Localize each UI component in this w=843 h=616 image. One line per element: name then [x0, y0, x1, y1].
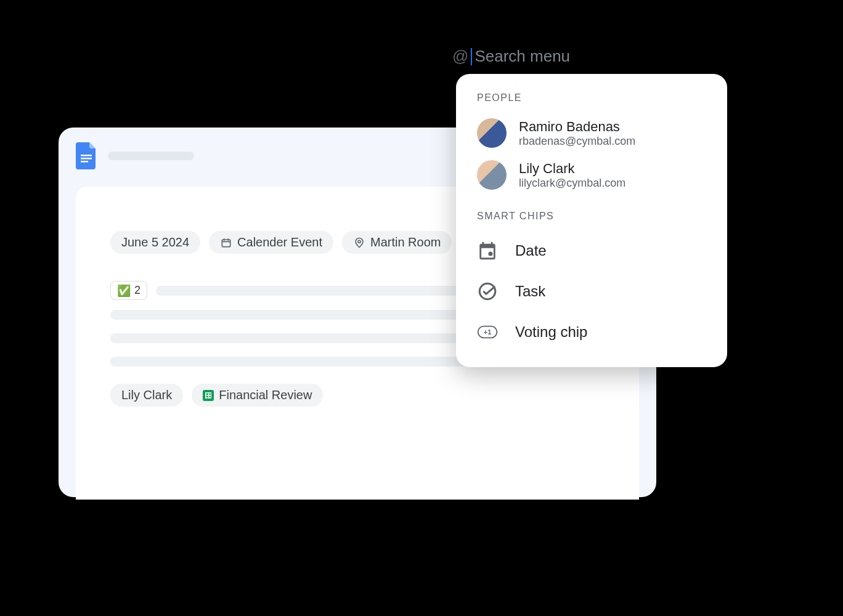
svg-rect-3: [222, 240, 230, 247]
mention-dropdown: PEOPLE Ramiro Badenas rbadenas@cymbal.co…: [456, 74, 727, 367]
chip-option-task[interactable]: Task: [456, 271, 727, 312]
svg-rect-2: [81, 161, 88, 163]
chip-option-label: Date: [515, 242, 547, 259]
check-emoji-icon: ✅: [117, 285, 131, 296]
text-cursor: [471, 48, 472, 65]
person-info: Lily Clark lilyclark@cymbal.com: [519, 161, 625, 190]
event-chip-label: Calender Event: [237, 235, 322, 249]
at-symbol: @: [452, 47, 468, 66]
chip-option-date[interactable]: Date: [456, 230, 727, 271]
calendar-icon: [220, 237, 232, 249]
chip-row-bottom: Lily Clark Financial Review: [110, 384, 605, 407]
svg-point-6: [479, 283, 495, 299]
document-title-placeholder[interactable]: [108, 152, 194, 160]
task-check-icon: [477, 281, 498, 302]
person-option[interactable]: Lily Clark lilyclark@cymbal.com: [456, 154, 727, 196]
vote-count: 2: [134, 284, 140, 297]
mention-placeholder: Search menu: [474, 47, 570, 66]
person-option[interactable]: Ramiro Badenas rbadenas@cymbal.com: [456, 112, 727, 154]
file-chip[interactable]: Financial Review: [192, 384, 323, 407]
date-chip-label: June 5 2024: [121, 235, 189, 249]
person-name: Lily Clark: [519, 161, 625, 177]
person-name: Ramiro Badenas: [519, 119, 635, 135]
calendar-event-chip[interactable]: Calender Event: [209, 231, 333, 254]
voting-chip[interactable]: ✅ 2: [110, 281, 147, 300]
chip-option-voting[interactable]: +1 Voting chip: [456, 312, 727, 352]
avatar: [477, 160, 507, 190]
svg-text:+1: +1: [484, 328, 492, 336]
person-email: lilyclark@cymbal.com: [519, 177, 625, 190]
plus-one-icon: +1: [477, 322, 498, 342]
section-header-people: PEOPLE: [456, 92, 727, 112]
chip-option-label: Voting chip: [515, 323, 587, 341]
person-chip-label: Lily Clark: [121, 388, 172, 402]
chip-option-label: Task: [515, 283, 545, 300]
person-chip[interactable]: Lily Clark: [110, 384, 183, 407]
file-chip-label: Financial Review: [219, 388, 312, 402]
svg-point-4: [358, 240, 360, 243]
svg-point-5: [488, 251, 492, 256]
place-chip[interactable]: Martin Room: [342, 231, 452, 254]
date-chip[interactable]: June 5 2024: [110, 231, 200, 254]
docs-app-icon: [76, 142, 98, 169]
calendar-day-icon: [477, 240, 498, 261]
place-chip-label: Martin Room: [370, 235, 441, 249]
at-mention-input[interactable]: @ Search menu: [452, 47, 570, 66]
sheets-icon: [203, 390, 214, 401]
avatar: [477, 118, 507, 148]
person-email: rbadenas@cymbal.com: [519, 135, 635, 148]
person-info: Ramiro Badenas rbadenas@cymbal.com: [519, 119, 635, 148]
place-pin-icon: [353, 237, 365, 249]
svg-rect-0: [81, 155, 92, 156]
section-header-chips: SMART CHIPS: [456, 211, 727, 230]
svg-rect-1: [81, 158, 92, 160]
